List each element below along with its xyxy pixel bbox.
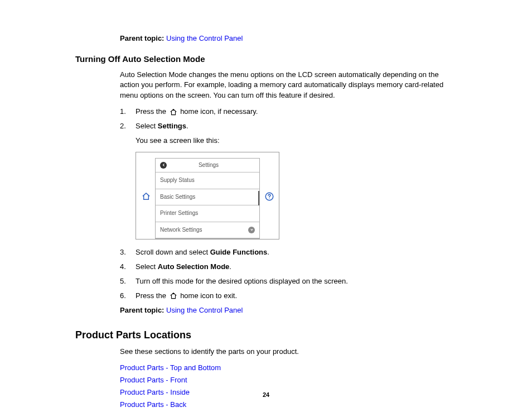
screenshot-header: Settings [156,159,259,173]
step4-bold: Auto Selection Mode [158,262,230,271]
section2-links: Product Parts - Top and Bottom Product P… [120,363,460,410]
link-back[interactable]: Product Parts - Back [120,400,460,410]
parent-topic-mid: Parent topic: Using the Control Panel [120,305,460,316]
step4-prefix: Select [136,262,158,271]
step-6: Press the home icon to exit. [120,291,460,301]
steps-list-1: Press the home icon, if necessary. Selec… [120,107,460,132]
home-icon [170,108,177,116]
section1-intro: Auto Selection Mode changes the menu opt… [120,70,460,102]
screenshot-row-0: Supply Status [156,173,259,189]
link-inside[interactable]: Product Parts - Inside [120,387,460,398]
step-2: Select Settings. [120,121,460,132]
screenshot-row-2: Printer Settings [156,205,259,222]
step2-prefix: Select [136,122,158,130]
page-number: 24 [263,391,269,400]
step3-bold: Guide Functions [210,248,268,256]
step4-suffix: . [229,262,231,271]
step2-bold: Settings [158,122,186,130]
step-5: Turn off this mode for the desired optio… [120,276,460,287]
section2-intro: See these sections to identify the parts… [120,347,460,357]
step1-suffix: home icon, if necessary. [178,107,258,116]
screenshot-row-3: Network Settings [156,222,259,239]
parent-topic-label: Parent topic: [120,34,164,42]
scroll-indicator [258,191,259,205]
step1-prefix: Press the [136,107,168,116]
link-top-bottom[interactable]: Product Parts - Top and Bottom [120,363,460,373]
parent-topic-link-2[interactable]: Using the Control Panel [166,306,243,314]
link-front[interactable]: Product Parts - Front [120,375,460,386]
parent-topic-top: Parent topic: Using the Control Panel [120,33,460,44]
step-1: Press the home icon, if necessary. [120,107,460,117]
step6-prefix: Press the [136,291,168,300]
settings-screenshot: Settings Supply Status Basic Settings Pr… [136,152,279,240]
screenshot-title: Settings [170,161,247,170]
section2-heading: Product Parts Locations [75,328,460,342]
screenshot-home-icon [142,192,151,204]
svg-point-1 [269,198,269,199]
parent-topic-link-1[interactable]: Using the Control Panel [166,34,243,42]
steps-list-2: Scroll down and select Guide Functions. … [120,247,460,301]
step-4: Select Auto Selection Mode. [120,262,460,272]
down-icon [248,227,255,233]
screenshot-row-1: Basic Settings [156,189,259,206]
screenshot-panel: Settings Supply Status Basic Settings Pr… [155,158,260,239]
step2-suffix: . [186,122,188,130]
step6-suffix: home icon to exit. [178,291,238,300]
step3-prefix: Scroll down and select [136,248,210,256]
parent-topic-label: Parent topic: [120,306,164,314]
step2-note: You see a screen like this: [136,136,460,146]
back-icon [160,162,167,169]
step3-suffix: . [267,248,269,256]
help-icon [264,191,273,205]
screenshot-row-3-label: Network Settings [160,226,202,234]
section1-heading: Turning Off Auto Selection Mode [75,53,460,65]
home-icon [170,292,177,300]
step-3: Scroll down and select Guide Functions. [120,247,460,258]
